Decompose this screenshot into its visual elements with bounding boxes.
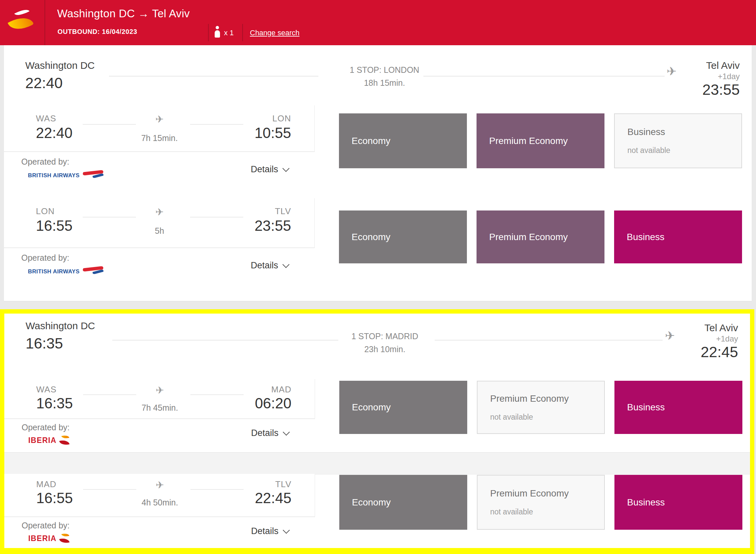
passenger-icon [214, 26, 220, 40]
not-available-note: not available [490, 507, 533, 516]
british-airways-logo: BRITISH AIRWAYS [28, 169, 104, 179]
arrival-day-note: +1day [702, 72, 740, 81]
iberia-swoosh-icon [58, 531, 72, 547]
segment-line [190, 394, 244, 395]
segment-times: MAD 16:55 ✈ 4h 50min. TLV 22:45 [4, 474, 315, 516]
cabin-label: Premium Economy [489, 232, 568, 242]
origin-airport-code: LON [36, 206, 55, 217]
origin-airport-code: WAS [36, 384, 57, 395]
cabin-business-button[interactable]: Business [614, 211, 742, 263]
departure-time: 16:35 [25, 335, 95, 352]
operated-by-label: Operated by: [21, 157, 69, 167]
cabin-label: Premium Economy [489, 136, 568, 146]
flight-segment: MAD 16:55 ✈ 4h 50min. TLV 22:45 Operated… [4, 474, 315, 517]
highlighted-flight-result-card: Washington DC 16:35 1 STOP: MADRID 23h 1… [4, 314, 750, 548]
summary-stops: 1 STOP: LONDON 18h 15min. [330, 65, 439, 88]
summary-origin: Washington DC 22:40 [25, 60, 95, 92]
segment-times: LON 16:55 ✈ 5h TLV 23:55 [4, 198, 314, 247]
chevron-down-icon [283, 527, 290, 534]
iberia-logo: IBERIA [28, 433, 70, 447]
header-divider [242, 24, 243, 41]
total-duration: 18h 15min. [330, 78, 439, 88]
segment-duration: 4h 50min. [127, 498, 193, 507]
segment-departure-time: 16:55 [36, 218, 72, 234]
cabin-economy-button[interactable]: Economy [339, 211, 467, 263]
operated-by-strip: Operated by: BRITISH AIRWAYS Details [4, 247, 314, 248]
operated-by-label: Operated by: [21, 521, 70, 531]
details-toggle[interactable]: Details [251, 526, 289, 536]
summary-destination: Tel Aviv +1day 22:45 [700, 322, 738, 361]
flight-segment: WAS 16:35 ✈ 7h 45min. MAD 06:20 Operated… [4, 379, 315, 419]
route-line [109, 76, 318, 76]
destination-airport-code: TLV [275, 479, 292, 490]
route-line [112, 340, 338, 340]
route-line [423, 76, 665, 76]
summary-origin: Washington DC 16:35 [25, 320, 95, 352]
segment-line [83, 217, 136, 218]
cabin-economy-button[interactable]: Economy [339, 381, 467, 434]
details-label: Details [251, 428, 278, 438]
chevron-down-icon [283, 428, 290, 435]
cabin-economy-button[interactable]: Economy [339, 475, 467, 530]
destination-city: Tel Aviv [702, 60, 740, 71]
details-toggle[interactable]: Details [251, 428, 289, 438]
segment-line [83, 394, 136, 395]
carrier-wordmark: IBERIA [28, 436, 57, 445]
cabin-label: Economy [352, 136, 390, 146]
plane-icon: ✈ [150, 384, 170, 396]
segment-departure-time: 16:35 [36, 395, 73, 412]
cabin-label: Premium Economy [490, 488, 569, 499]
segment-departure-time: 16:55 [36, 490, 73, 506]
iberia-swoosh-icon [7, 5, 37, 40]
details-label: Details [251, 526, 278, 536]
operated-by-strip: Operated by: IBERIA Details [4, 516, 315, 517]
highlight-border: Washington DC 16:35 1 STOP: MADRID 23h 1… [0, 309, 754, 554]
total-duration: 23h 10min. [330, 344, 440, 354]
operated-by-label: Operated by: [21, 423, 70, 432]
segment-line [83, 124, 136, 125]
cabin-economy-button[interactable]: Economy [339, 113, 467, 168]
details-label: Details [251, 164, 278, 175]
destination-city: Tel Aviv [700, 322, 738, 334]
iberia-logo[interactable] [0, 0, 45, 45]
cabin-label: Business [627, 497, 665, 508]
arrival-day-note: +1day [700, 334, 738, 343]
segment-arrival-time: 23:55 [255, 218, 291, 234]
summary-stops: 1 STOP: MADRID 23h 10min. [330, 332, 440, 354]
summary-destination: Tel Aviv +1day 23:55 [702, 60, 740, 99]
cabin-premium-economy-button[interactable]: Premium Economy [477, 113, 605, 168]
stops-label: 1 STOP: MADRID [330, 332, 440, 341]
route-line [435, 340, 663, 340]
segment-times: WAS 22:40 ✈ 7h 15min. LON 10:55 [4, 105, 314, 151]
british-airways-speedmarque-icon [82, 265, 104, 275]
plane-icon: ✈ [149, 113, 170, 125]
cabin-label: Premium Economy [490, 393, 569, 404]
route-title: Washington DC → Tel Aviv [57, 7, 190, 20]
segment-arrival-time: 22:45 [255, 490, 292, 506]
flight-segment: LON 16:55 ✈ 5h TLV 23:55 Operated by: BR… [4, 198, 315, 248]
segment-duration: 7h 15min. [126, 133, 193, 143]
chevron-down-icon [282, 165, 290, 172]
segment-arrival-time: 06:20 [255, 395, 292, 412]
passenger-count: x 1 [224, 29, 234, 37]
carrier-wordmark: BRITISH AIRWAYS [28, 268, 80, 275]
details-toggle[interactable]: Details [251, 260, 289, 271]
plane-icon: ✈ [667, 64, 677, 78]
cabin-business-button[interactable]: Business [615, 381, 742, 434]
outbound-date-label: OUTBOUND: 16/04/2023 [58, 28, 137, 36]
cabin-label: Economy [352, 232, 390, 242]
stops-label: 1 STOP: LONDON [330, 65, 439, 75]
change-search-link[interactable]: Change search [250, 29, 299, 37]
carrier-wordmark: IBERIA [28, 534, 57, 543]
segment-times: WAS 16:35 ✈ 7h 45min. MAD 06:20 [4, 379, 315, 418]
segment-duration: 5h [126, 226, 193, 236]
cabin-label: Business [627, 402, 665, 413]
cabin-business-button[interactable]: Business [615, 475, 742, 530]
details-label: Details [251, 260, 278, 271]
cabin-business-unavailable: Business not available [614, 113, 742, 168]
cabin-premium-economy-button[interactable]: Premium Economy [477, 211, 605, 263]
operated-by-strip: Operated by: BRITISH AIRWAYS Details [4, 151, 314, 152]
british-airways-speedmarque-icon [82, 169, 104, 179]
details-toggle[interactable]: Details [251, 164, 289, 175]
origin-airport-code: MAD [36, 479, 57, 490]
